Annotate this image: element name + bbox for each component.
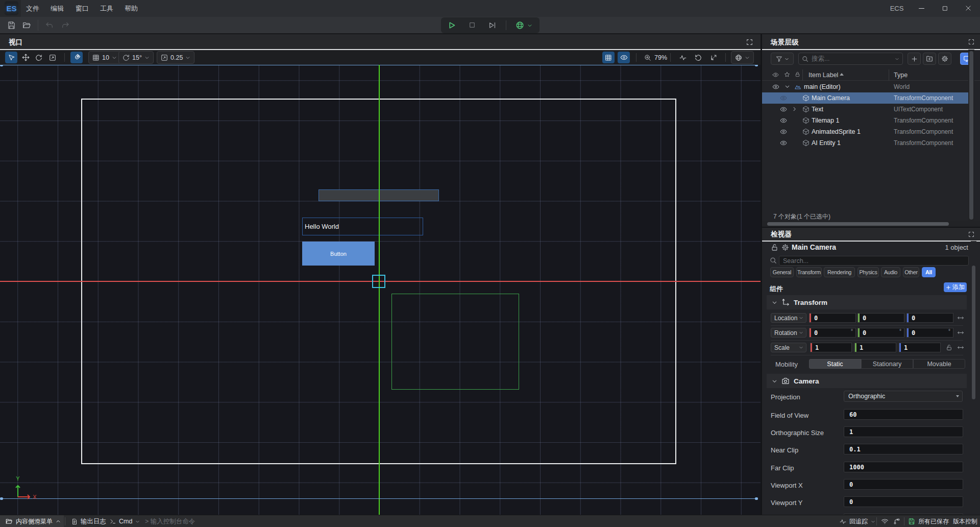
eye-icon[interactable]: [780, 139, 787, 147]
hierarchy-row-selected[interactable]: Main Camera TransformComponent: [762, 92, 969, 104]
inspector-vscrollbar[interactable]: [971, 241, 976, 515]
console-command-input[interactable]: > 输入控制台命令: [145, 515, 195, 527]
mobility-static[interactable]: Static: [809, 359, 861, 369]
hierarchy-settings-button[interactable]: [938, 53, 951, 65]
undo-button[interactable]: [45, 21, 54, 30]
rotation-snap-dropdown[interactable]: 15°: [118, 51, 154, 64]
select-tool-button[interactable]: [5, 52, 17, 63]
fit-view-button[interactable]: [707, 52, 720, 63]
redo-button[interactable]: [61, 21, 70, 30]
scene-text-object[interactable]: Hello World: [302, 218, 423, 235]
eye-icon[interactable]: [780, 117, 787, 124]
camera-section-header[interactable]: Camera: [767, 374, 967, 388]
trace-dropdown[interactable]: 回追踪: [840, 515, 875, 527]
scale-y-input[interactable]: 1: [854, 343, 896, 352]
vscroll-thumb[interactable]: [972, 266, 975, 399]
version-control-button[interactable]: 版本控制: [953, 515, 977, 527]
eye-icon[interactable]: [780, 94, 787, 102]
label-column-header[interactable]: Item Label: [808, 71, 838, 79]
transform-section-header[interactable]: Transform: [767, 295, 967, 309]
mobility-stationary[interactable]: Stationary: [861, 359, 913, 369]
visibility-column-icon[interactable]: [772, 71, 779, 78]
move-tool-button[interactable]: [19, 52, 32, 63]
viewport-canvas[interactable]: Hello World Button Y X: [0, 65, 761, 515]
inspector-search-input[interactable]: Search...: [779, 256, 969, 266]
viewport-world-dropdown[interactable]: [731, 51, 754, 64]
snap-toggle-button[interactable]: [70, 52, 83, 63]
rail-nub[interactable]: [755, 497, 758, 500]
save-button[interactable]: [7, 21, 16, 30]
row-label[interactable]: AI Entity 1: [812, 139, 841, 147]
git-branch-icon[interactable]: [893, 515, 900, 527]
world-select-button[interactable]: [516, 21, 524, 30]
rotate-tool-button[interactable]: [33, 52, 45, 63]
grid-toggle-button[interactable]: [602, 52, 615, 63]
menu-help[interactable]: 帮助: [119, 0, 143, 17]
content-drawer-button[interactable]: 内容侧滑菜单: [0, 515, 64, 527]
network-status-icon[interactable]: [881, 515, 889, 527]
hierarchy-row[interactable]: AnimatedSprite 1 TransformComponent: [762, 126, 969, 137]
stop-button[interactable]: [468, 21, 477, 30]
rail-nub[interactable]: [0, 497, 3, 500]
output-log-button[interactable]: 输出日志: [71, 515, 106, 527]
viewport-expand-icon[interactable]: [746, 39, 753, 45]
projection-dropdown[interactable]: Orthographic: [844, 391, 963, 402]
rotation-z-input[interactable]: 0°: [906, 328, 953, 338]
app-logo[interactable]: ES: [5, 1, 18, 15]
menu-window[interactable]: 窗口: [70, 0, 94, 17]
add-component-button[interactable]: 添加: [944, 282, 967, 292]
location-y-input[interactable]: 0: [857, 313, 904, 323]
hierarchy-row[interactable]: Tilemap 1 TransformComponent: [762, 115, 969, 126]
scale-z-input[interactable]: 1: [899, 343, 941, 352]
location-x-input[interactable]: 0: [809, 313, 856, 323]
hierarchy-filter-button[interactable]: [771, 53, 794, 65]
scale-lock-icon[interactable]: [946, 344, 952, 351]
step-button[interactable]: [488, 21, 497, 30]
world-chevron-icon[interactable]: [527, 23, 536, 32]
hierarchy-row[interactable]: main (Editor) World: [762, 81, 969, 92]
menu-edit[interactable]: 编辑: [45, 0, 69, 17]
tab-general[interactable]: General: [770, 267, 794, 277]
near-clip-input[interactable]: 0.1: [844, 444, 963, 454]
viewport-y-input[interactable]: 0: [844, 496, 963, 507]
hierarchy-row[interactable]: Text UITextComponent: [762, 104, 969, 115]
scale-snap-dropdown[interactable]: 0.25: [157, 51, 194, 64]
tab-transform[interactable]: Transform: [796, 267, 822, 277]
rail-nub[interactable]: [0, 65, 3, 66]
rotation-y-input[interactable]: 0°: [857, 328, 904, 338]
fov-input[interactable]: 60: [844, 409, 963, 420]
row-label[interactable]: Text: [812, 106, 823, 113]
lock-column-icon[interactable]: [795, 71, 801, 78]
hierarchy-expand-icon[interactable]: [968, 39, 975, 45]
hierarchy-row[interactable]: AI Entity 1 TransformComponent: [762, 137, 969, 149]
hierarchy-vscrollbar[interactable]: [968, 50, 974, 221]
unlock-icon[interactable]: [771, 244, 778, 252]
add-folder-button[interactable]: [923, 53, 936, 65]
hscroll-thumb[interactable]: [767, 222, 949, 226]
eye-icon[interactable]: [780, 128, 787, 135]
tab-physics[interactable]: Physics: [857, 267, 879, 277]
cmd-dropdown[interactable]: Cmd: [110, 515, 140, 527]
far-clip-input[interactable]: 1000: [844, 462, 963, 472]
rect-tool-button[interactable]: [46, 52, 59, 63]
location-label-dropdown[interactable]: Location: [771, 313, 806, 323]
scale-x-input[interactable]: 1: [810, 343, 852, 352]
inspector-expand-icon[interactable]: [968, 231, 975, 238]
maximize-button[interactable]: [939, 3, 950, 14]
add-entity-button[interactable]: [908, 53, 921, 65]
close-button[interactable]: [963, 3, 974, 14]
location-link-icon[interactable]: [957, 315, 965, 321]
hierarchy-search-input[interactable]: 搜索...: [798, 53, 903, 65]
row-label[interactable]: Tilemap 1: [812, 117, 839, 124]
stats-button[interactable]: [677, 52, 689, 63]
tab-audio[interactable]: Audio: [881, 267, 900, 277]
object-settings-icon[interactable]: [781, 244, 789, 252]
rail-nub[interactable]: [755, 65, 758, 66]
selection-pivot[interactable]: [372, 275, 385, 288]
mobility-movable[interactable]: Movable: [913, 359, 965, 369]
save-status[interactable]: 所有已保存: [908, 515, 949, 527]
grid-snap-dropdown[interactable]: 10: [88, 51, 121, 64]
tab-all[interactable]: All: [922, 267, 936, 277]
rotation-label-dropdown[interactable]: Rotation: [771, 328, 806, 338]
rotation-x-input[interactable]: 0°: [809, 328, 856, 338]
